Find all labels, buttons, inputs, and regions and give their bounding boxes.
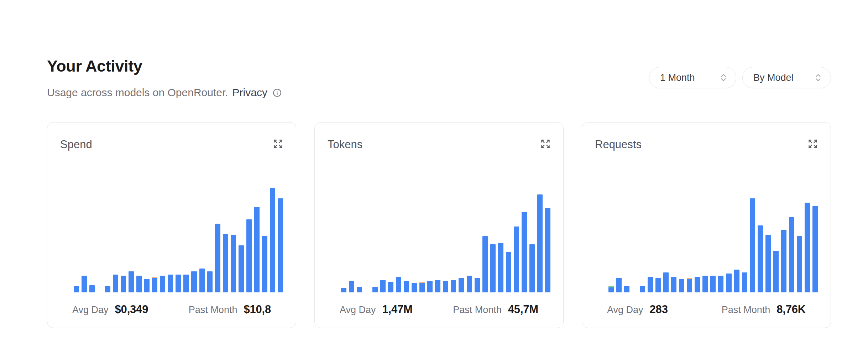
past-month-stat: Past Month 45,7M (453, 303, 538, 316)
bar[interactable] (490, 244, 496, 292)
bar[interactable] (640, 286, 645, 292)
bar[interactable] (702, 276, 708, 292)
bar[interactable] (372, 287, 378, 292)
bar[interactable] (687, 278, 692, 292)
tokens-stats: Avg Day 1,47M Past Month 45,7M (340, 303, 538, 316)
bar[interactable] (419, 282, 425, 292)
bar[interactable] (498, 243, 503, 292)
activity-header: Your Activity Usage across models on Ope… (47, 0, 831, 98)
info-icon[interactable] (272, 88, 282, 98)
bar[interactable] (262, 236, 267, 292)
bar[interactable] (514, 227, 519, 292)
bar[interactable] (789, 217, 794, 292)
bar[interactable] (765, 235, 771, 292)
bar[interactable] (608, 286, 614, 292)
expand-icon[interactable] (808, 139, 818, 149)
bar[interactable] (412, 283, 417, 292)
bar[interactable] (443, 281, 448, 292)
bar[interactable] (624, 286, 629, 292)
bar[interactable] (451, 280, 456, 292)
bar[interactable] (750, 198, 755, 292)
bar[interactable] (773, 251, 779, 292)
bar[interactable] (349, 281, 354, 292)
bar[interactable] (89, 285, 95, 293)
bar[interactable] (231, 235, 236, 292)
bar[interactable] (254, 207, 260, 292)
bar[interactable] (435, 280, 440, 292)
stat-value: 283 (650, 303, 668, 316)
privacy-link[interactable]: Privacy (232, 87, 267, 98)
chevron-up-down-icon (719, 73, 728, 82)
bar[interactable] (797, 236, 802, 292)
bar[interactable] (215, 224, 220, 292)
bar[interactable] (160, 276, 165, 292)
expand-icon[interactable] (540, 139, 550, 149)
bar[interactable] (388, 282, 393, 292)
bar[interactable] (270, 188, 275, 292)
stat-value: $10,8 (244, 303, 271, 316)
page-subtitle: Usage across models on OpenRouter. Priva… (47, 87, 831, 98)
bar[interactable] (812, 206, 818, 292)
stat-label: Avg Day (72, 304, 109, 316)
avg-day-stat: Avg Day 283 (607, 303, 668, 316)
bar[interactable] (427, 281, 433, 292)
card-title-requests: Requests (595, 138, 642, 151)
bar[interactable] (710, 276, 716, 292)
bar[interactable] (758, 225, 763, 292)
bar[interactable] (537, 194, 543, 292)
bar[interactable] (663, 272, 669, 292)
bar[interactable] (278, 198, 283, 292)
bar[interactable] (82, 276, 87, 292)
bar[interactable] (176, 275, 181, 292)
bar[interactable] (522, 212, 527, 292)
bar[interactable] (805, 203, 810, 292)
bar[interactable] (239, 245, 244, 292)
time-range-select[interactable]: 1 Month (649, 67, 736, 88)
bar[interactable] (404, 281, 409, 292)
bar[interactable] (781, 230, 786, 292)
bar[interactable] (207, 271, 213, 292)
bar[interactable] (144, 279, 150, 292)
bar[interactable] (246, 219, 252, 292)
bar[interactable] (152, 277, 157, 292)
avg-day-stat: Avg Day $0,349 (72, 303, 148, 316)
bar[interactable] (726, 274, 731, 292)
bar[interactable] (475, 278, 480, 292)
bar[interactable] (467, 276, 472, 292)
bar[interactable] (742, 272, 747, 292)
bar[interactable] (655, 278, 661, 292)
bar[interactable] (183, 275, 189, 292)
bar[interactable] (545, 208, 550, 292)
bar[interactable] (616, 278, 622, 292)
bar[interactable] (459, 278, 464, 292)
bar[interactable] (199, 269, 205, 292)
bar[interactable] (121, 276, 126, 292)
requests-stats: Avg Day 283 Past Month 8,76K (607, 303, 806, 316)
bar[interactable] (191, 271, 197, 292)
bar[interactable] (529, 244, 535, 292)
avg-day-stat: Avg Day 1,47M (340, 303, 413, 316)
bar[interactable] (671, 277, 676, 292)
bar[interactable] (136, 276, 142, 292)
bar[interactable] (223, 234, 228, 292)
bar[interactable] (74, 286, 79, 292)
group-by-select[interactable]: By Model (742, 67, 831, 88)
bar[interactable] (679, 279, 684, 292)
card-header: Spend (60, 138, 283, 151)
bar[interactable] (341, 288, 346, 292)
bar[interactable] (482, 236, 488, 292)
stat-label: Avg Day (340, 304, 376, 316)
bar[interactable] (168, 275, 173, 292)
bar[interactable] (105, 286, 110, 292)
bar[interactable] (113, 275, 118, 292)
bar[interactable] (648, 277, 653, 292)
bar[interactable] (396, 277, 401, 292)
bar[interactable] (357, 287, 362, 292)
bar[interactable] (718, 276, 723, 292)
expand-icon[interactable] (273, 139, 283, 149)
bar[interactable] (129, 271, 134, 292)
bar[interactable] (695, 277, 700, 292)
bar[interactable] (734, 270, 739, 292)
bar[interactable] (506, 252, 511, 292)
bar[interactable] (380, 280, 386, 292)
